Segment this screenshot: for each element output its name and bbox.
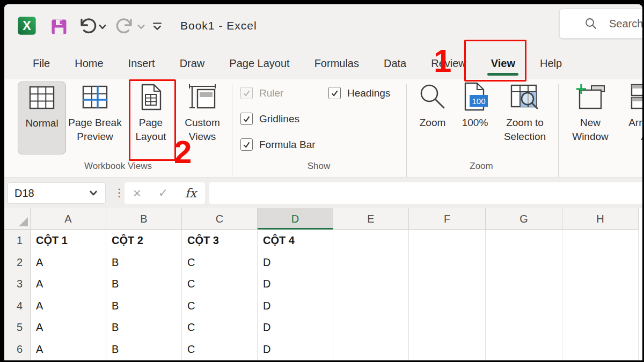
cell-F4[interactable] — [409, 295, 486, 317]
name-box[interactable]: D18 — [8, 182, 106, 204]
ruler-checkbox[interactable]: Ruler — [240, 87, 283, 99]
save-icon[interactable] — [49, 17, 69, 36]
cell-F6[interactable] — [409, 338, 486, 361]
cell-H4[interactable] — [562, 295, 639, 317]
search-label: Search — [609, 18, 642, 30]
cell-F2[interactable] — [409, 252, 486, 274]
cell-H2[interactable] — [562, 252, 639, 274]
cell-F5[interactable] — [409, 316, 486, 339]
tab-help[interactable]: Help — [528, 47, 574, 79]
tab-home[interactable]: Home — [62, 47, 115, 79]
cell-G4[interactable] — [486, 295, 562, 317]
zoom-100-button[interactable]: 100 100% — [457, 82, 493, 130]
new-window-button[interactable]: New Window — [566, 82, 615, 144]
enter-icon[interactable]: ✓ — [158, 187, 168, 199]
cell-B6[interactable]: B — [106, 338, 182, 361]
column-header-H[interactable]: H — [562, 208, 639, 230]
cell-H1[interactable] — [562, 230, 639, 252]
column-header-C[interactable]: C — [182, 208, 258, 230]
tab-data[interactable]: Data — [371, 47, 419, 79]
column-header-E[interactable]: E — [333, 208, 409, 230]
cell-C4[interactable]: C — [182, 295, 258, 317]
row-header-5[interactable]: 5 — [4, 316, 31, 339]
cell-H6[interactable] — [562, 338, 639, 361]
cell-A4[interactable]: A — [31, 295, 106, 317]
cell-E3[interactable] — [333, 273, 409, 295]
cell-A2[interactable]: A — [31, 252, 106, 274]
cell-H5[interactable] — [562, 316, 639, 339]
row-header-6[interactable]: 6 — [4, 338, 31, 361]
tab-draw[interactable]: Draw — [167, 47, 217, 79]
cell-B3[interactable]: B — [106, 273, 182, 295]
cell-A3[interactable]: A — [31, 273, 106, 295]
zoom-to-selection-button[interactable]: Zoom to Selection — [498, 82, 552, 144]
cell-A6[interactable]: A — [31, 338, 106, 361]
cell-B5[interactable]: B — [106, 316, 182, 339]
arrange-all-button[interactable]: Arrange All — [623, 82, 642, 144]
cell-E4[interactable] — [333, 295, 409, 317]
cell-F3[interactable] — [409, 273, 486, 295]
headings-checkbox[interactable]: Headings — [328, 87, 390, 99]
formula-bar-checkbox[interactable]: Formula Bar — [240, 138, 316, 151]
cell-C6[interactable]: C — [182, 338, 258, 361]
tab-page-layout[interactable]: Page Layout — [217, 47, 302, 79]
column-header-F[interactable]: F — [409, 208, 486, 230]
cell-C1[interactable]: CỘT 3 — [182, 230, 258, 252]
cell-G3[interactable] — [486, 273, 562, 295]
undo-icon[interactable] — [78, 17, 98, 36]
column-header-D[interactable]: D — [258, 208, 333, 230]
formula-bar: D18 ⋮ × ✓ fx — [4, 177, 642, 208]
insert-function-icon[interactable]: fx — [185, 186, 196, 200]
cell-A5[interactable]: A — [31, 316, 106, 339]
check-icon — [243, 89, 251, 97]
checkbox-box — [240, 113, 253, 125]
row-header-4[interactable]: 4 — [4, 295, 31, 317]
cell-G1[interactable] — [486, 230, 562, 252]
normal-view-button[interactable]: Normal — [18, 82, 66, 154]
cell-D1[interactable]: CỘT 4 — [258, 230, 333, 252]
cell-C5[interactable]: C — [182, 316, 258, 339]
cell-E6[interactable] — [333, 338, 409, 361]
column-header-A[interactable]: A — [31, 208, 106, 230]
cell-E5[interactable] — [333, 316, 409, 339]
cell-C3[interactable]: C — [182, 273, 258, 295]
cell-C2[interactable]: C — [182, 252, 258, 274]
redo-dropdown-icon[interactable] — [137, 24, 145, 30]
formula-input[interactable] — [209, 182, 642, 204]
row-header-3[interactable]: 3 — [4, 273, 31, 295]
tab-formulas[interactable]: Formulas — [302, 47, 371, 79]
row-header-1[interactable]: 1 — [4, 230, 31, 252]
gridlines-checkbox[interactable]: Gridlines — [240, 113, 299, 125]
column-header-G[interactable]: G — [486, 208, 562, 230]
cell-G5[interactable] — [486, 316, 562, 339]
cell-B2[interactable]: B — [106, 252, 182, 274]
zoom-button[interactable]: Zoom — [415, 82, 450, 130]
cell-E1[interactable] — [333, 230, 409, 252]
cell-B1[interactable]: CỘT 2 — [106, 230, 182, 252]
cell-D3[interactable]: D — [258, 273, 333, 295]
cell-A1[interactable]: CỘT 1 — [31, 230, 106, 252]
cell-D6[interactable]: D — [258, 338, 333, 361]
cell-B4[interactable]: B — [106, 295, 182, 317]
cell-G2[interactable] — [486, 252, 562, 274]
cell-H3[interactable] — [562, 273, 639, 295]
cell-D5[interactable]: D — [258, 316, 333, 339]
ribbon-display-options-icon[interactable] — [152, 20, 162, 32]
cell-D2[interactable]: D — [258, 252, 333, 274]
tab-insert[interactable]: Insert — [116, 47, 167, 79]
tab-label: Help — [540, 57, 562, 70]
cell-F1[interactable] — [409, 230, 486, 252]
redo-icon[interactable] — [115, 17, 134, 36]
search-box[interactable]: Search — [559, 9, 642, 39]
select-all-corner[interactable] — [4, 208, 31, 230]
undo-dropdown-icon[interactable] — [99, 24, 106, 30]
tab-file[interactable]: File — [20, 47, 62, 79]
cell-E2[interactable] — [333, 252, 409, 274]
cell-D4[interactable]: D — [258, 295, 333, 317]
cell-G6[interactable] — [486, 338, 562, 361]
name-box-dropdown-icon[interactable] — [89, 190, 98, 196]
cancel-icon[interactable]: × — [133, 186, 141, 200]
column-header-B[interactable]: B — [106, 208, 182, 230]
row-header-2[interactable]: 2 — [4, 252, 31, 274]
page-break-preview-button[interactable]: Page Break Preview — [64, 82, 126, 144]
